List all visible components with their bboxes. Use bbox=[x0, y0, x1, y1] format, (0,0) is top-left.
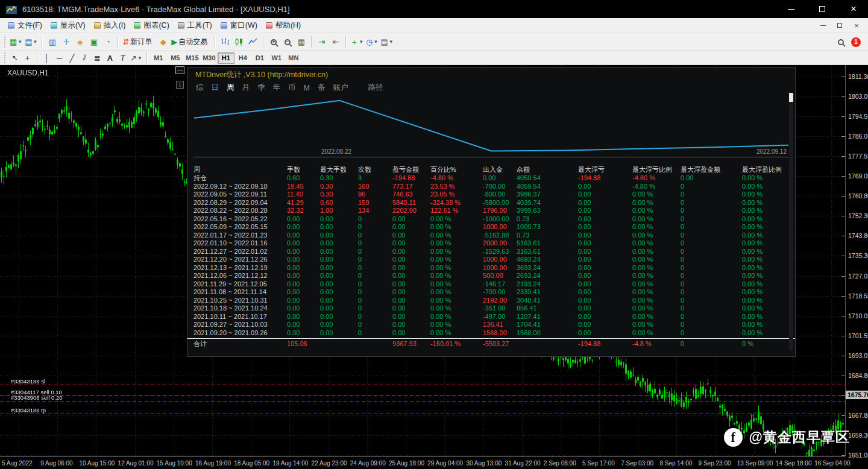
order-line-label-sell[interactable]: #33043908 sell 0.20 bbox=[11, 394, 63, 401]
table-header-cell: 最大浮盈金额 bbox=[681, 165, 742, 174]
menu-item-4[interactable]: 工具(T) bbox=[174, 19, 216, 32]
data-window-button[interactable]: ✛ bbox=[59, 35, 73, 49]
menu-item-icon bbox=[178, 22, 184, 29]
value-cell: 0 bbox=[358, 239, 392, 248]
panel-tab-4[interactable]: 季 bbox=[257, 83, 265, 93]
label-tool-button[interactable]: T bbox=[116, 52, 129, 64]
window-minimize-button[interactable] bbox=[786, 4, 796, 14]
panel-tab-0[interactable]: 综 bbox=[196, 83, 204, 93]
channel-tool-button[interactable]: ⫽ bbox=[78, 52, 91, 64]
periods-button[interactable]: ◷▼ bbox=[365, 35, 379, 49]
panel-tab-7[interactable]: M bbox=[304, 84, 310, 92]
panel-scrollbar-thumb[interactable] bbox=[789, 93, 793, 102]
equity-curve-chart: 2022.08.22 2022.09.12 bbox=[193, 97, 789, 157]
value-cell: 3693.24 bbox=[517, 264, 578, 272]
chart-shift-button[interactable]: ⇤ bbox=[329, 35, 342, 49]
panel-tab-3[interactable]: 月 bbox=[242, 83, 250, 93]
panel-tab-1[interactable]: 日 bbox=[212, 83, 219, 93]
table-header-cell: 次数 bbox=[358, 165, 392, 174]
strategy-tester-button[interactable]: ◔ bbox=[101, 35, 115, 49]
period-cell: 2022.08.29 ~ 2022.09.04 bbox=[193, 199, 287, 207]
indicators-button[interactable]: ＋▼ bbox=[349, 35, 365, 49]
value-cell: 2339.41 bbox=[517, 288, 578, 297]
chart-window-restore-button[interactable] bbox=[835, 22, 844, 30]
panel-tab-9[interactable]: 账户 bbox=[333, 83, 348, 93]
order-line-label-tp[interactable]: #33043188 tp bbox=[11, 407, 46, 414]
tile-windows-button[interactable]: ▦ bbox=[294, 35, 308, 49]
market-watch-button[interactable]: ▥ bbox=[45, 35, 59, 49]
value-cell: 0.00 % bbox=[742, 248, 795, 256]
candlestick-chart-type-button[interactable] bbox=[232, 35, 246, 49]
text-tool-button[interactable]: A bbox=[104, 52, 116, 64]
window-close-button[interactable]: × bbox=[849, 4, 858, 14]
arrows-tool-button[interactable]: ↗▼ bbox=[129, 52, 143, 64]
zoom-out-button[interactable]: − bbox=[280, 35, 294, 49]
metaeditor-button[interactable]: ◆ bbox=[156, 35, 170, 49]
new-order-button[interactable]: ⇵ 新订单 bbox=[121, 35, 156, 49]
timeframe-button-h4[interactable]: H4 bbox=[234, 52, 251, 64]
toolbar-grip[interactable] bbox=[4, 37, 7, 48]
timeframe-button-m30[interactable]: M30 bbox=[201, 52, 218, 64]
value-cell: 0 bbox=[681, 190, 742, 199]
panel-collapse-button[interactable]: — bbox=[175, 66, 184, 74]
new-chart-button[interactable]: ▦▼ bbox=[8, 35, 24, 49]
chart-window-close-button[interactable]: × bbox=[852, 22, 861, 30]
cursor-tool-button[interactable]: ↖ bbox=[8, 52, 21, 64]
auto-scroll-button[interactable]: ⇥ bbox=[315, 35, 329, 49]
value-cell: -709.00 bbox=[483, 288, 517, 297]
templates-button[interactable]: ▤▼ bbox=[380, 35, 395, 49]
total-value-cell bbox=[358, 339, 392, 347]
panel-settings-button[interactable]: \ bbox=[176, 81, 184, 89]
panel-tab-2[interactable]: 周 bbox=[227, 83, 234, 93]
timeframe-button-h1[interactable]: H1 bbox=[218, 52, 234, 64]
title-bar: 6103518: TMGM.TradeMax-Live6 - TradeMax … bbox=[0, 0, 868, 18]
menu-item-1[interactable]: 显示(V) bbox=[46, 19, 90, 32]
menu-item-5[interactable]: 窗口(W) bbox=[216, 19, 262, 32]
panel-tab-10[interactable]: 路径 bbox=[368, 83, 383, 93]
terminal-button[interactable]: ▣ bbox=[87, 35, 101, 49]
timeframe-button-m5[interactable]: M5 bbox=[167, 52, 184, 64]
price-scale[interactable]: 1811.301803.051794.551786.051777.551769.… bbox=[845, 65, 868, 456]
table-row: 2022.05.16 ~ 2022.05.220.000.0000.000.00… bbox=[187, 215, 795, 224]
value-cell: 2193.24 bbox=[517, 280, 578, 289]
value-cell: 0.00 bbox=[578, 199, 632, 207]
menu-item-2[interactable]: 插入(I) bbox=[90, 19, 130, 32]
value-cell: 0.00 bbox=[578, 239, 632, 248]
timeframe-button-w1[interactable]: W1 bbox=[268, 52, 285, 64]
notification-badge[interactable]: 1 bbox=[851, 37, 861, 47]
window-maximize-button[interactable] bbox=[817, 4, 827, 14]
line-studies-toolbar: ↖ ＋ │ ─ ╱ ⫽ ≣ A T ↗▼ M1M5M15M30H1H4D1W1M… bbox=[0, 51, 868, 65]
menu-item-0[interactable]: 文件(F) bbox=[4, 19, 46, 32]
panel-tab-6[interactable]: 币 bbox=[288, 83, 296, 93]
fibonacci-tool-button[interactable]: ≣ bbox=[91, 52, 104, 64]
trendline-tool-button[interactable]: ╱ bbox=[66, 52, 78, 64]
search-button[interactable] bbox=[834, 35, 848, 49]
toolbar-grip[interactable] bbox=[4, 52, 7, 63]
order-line-label-sl[interactable]: #33043188 sl bbox=[11, 378, 45, 385]
autotrading-button[interactable]: ▶ 自动交易 bbox=[170, 35, 212, 49]
horizontal-line-tool-button[interactable]: ─ bbox=[53, 52, 66, 64]
chart-window-minimize-button[interactable] bbox=[819, 22, 827, 30]
navigator-button[interactable]: ◈ bbox=[73, 35, 87, 49]
menu-item-6[interactable]: 帮助(H) bbox=[262, 19, 305, 32]
timeframe-button-d1[interactable]: D1 bbox=[251, 52, 268, 64]
time-axis[interactable]: 5 Aug 20229 Aug 06:0010 Aug 15:0012 Aug … bbox=[0, 456, 845, 469]
panel-tab-8[interactable]: 备 bbox=[318, 83, 326, 93]
timeframe-button-m1[interactable]: M1 bbox=[150, 52, 167, 64]
vertical-line-tool-button[interactable]: │ bbox=[40, 52, 53, 64]
price-scale-label: 1667.80 bbox=[848, 412, 868, 419]
panel-scrollbar[interactable] bbox=[789, 93, 793, 350]
app-logo-icon bbox=[6, 5, 17, 14]
timeframe-button-m15[interactable]: M15 bbox=[184, 52, 201, 64]
crosshair-tool-button[interactable]: ＋ bbox=[21, 52, 34, 64]
bar-chart-type-button[interactable] bbox=[218, 35, 232, 49]
period-cell: 2022.01.10 ~ 2022.01.16 bbox=[193, 239, 287, 248]
profiles-button[interactable]: ▤▼ bbox=[24, 35, 39, 49]
panel-tab-5[interactable]: 年 bbox=[273, 83, 281, 93]
line-chart-type-button[interactable] bbox=[246, 35, 260, 49]
timeframe-button-mn[interactable]: MN bbox=[285, 52, 302, 64]
value-cell: 0.60 bbox=[287, 174, 320, 183]
menu-item-3[interactable]: 图表(C) bbox=[130, 19, 173, 32]
value-cell: 0.00 bbox=[578, 313, 632, 321]
zoom-in-button[interactable]: + bbox=[266, 35, 280, 49]
